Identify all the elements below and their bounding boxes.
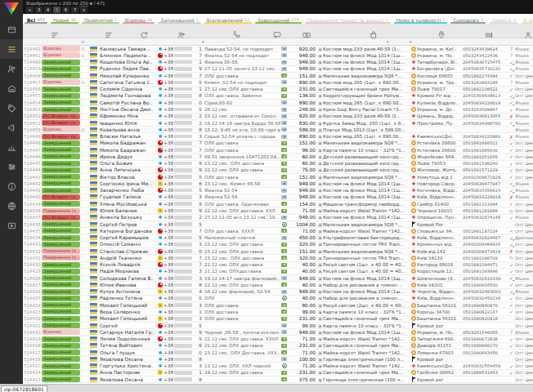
per-page-dropdown[interactable]: 250 (79, 1, 88, 7)
table-row[interactable]: 514446 Завершений⊙ Ирина Дидух +38 7 09.… (23, 154, 533, 160)
table-row[interactable]: 514420 Відмова⊙ Ситарчук Наталія Гр.. +3… (23, 329, 533, 336)
table-row[interactable]: 514453 Завершений⊙ Нікітіна Оксана Дми..… (23, 106, 533, 113)
table-row[interactable]: 514429 Завершений⊙ Надія Мерзаєва +38 3 … (23, 269, 533, 275)
table-row[interactable]: 514452 DO Возврат ск..⊙ Єфименко Ніна +3… (23, 114, 533, 120)
sidebar-item-info[interactable] (0, 176, 23, 196)
sidebar-item-clients[interactable] (0, 59, 23, 78)
delivery-cell (410, 350, 417, 355)
table-row[interactable]: 514431 Повернення (з..⊙ Андрій Ткаченко … (23, 255, 533, 261)
filter-chevron-icon[interactable]: ▾ (410, 39, 412, 44)
status-tab[interactable]: Запакований1 (156, 14, 202, 24)
table-row[interactable]: 514460 Завершений⊙ Кошелева Ольга Ар.. +… (23, 60, 533, 66)
table-row[interactable]: 514434 Завершений⊙ Сергей Карамышев +38 … (23, 234, 533, 241)
page-button[interactable]: 5 (53, 7, 60, 13)
table-row[interactable]: 514430 Завершений⊙ Ксенія Леваднія +38 7… (23, 262, 533, 269)
page-button[interactable]: 7 (71, 7, 78, 13)
table-row[interactable]: 514455 Завершений⊙ Людмила Гончарова +38… (23, 93, 533, 100)
source: Опт Центр (515, 242, 533, 247)
table-row[interactable]: 514432 Повернення (з..⊙ Станіслав Стрижа… (23, 248, 533, 255)
table-row[interactable]: 514439 Завершений⊙ Уляна Мусійовська +38… (23, 201, 533, 207)
table-row[interactable]: 514415 Завершений⊙ Горгулько Христина.. … (23, 363, 533, 369)
table-row[interactable]: 514419 Завершений⊙ Лилия Подолинская +38… (23, 336, 533, 342)
table-row[interactable]: 514451 DO Возврат ск..⊙ Іващенко Юлія +3… (23, 120, 533, 127)
table-row[interactable]: 514424 Завершений⊙ Михаил Гилецький +38 … (23, 302, 533, 309)
first-page-button[interactable]: « (26, 7, 34, 13)
status-tab[interactable]: Самовивіз2 (449, 14, 487, 24)
sidebar-item-video[interactable] (0, 216, 23, 235)
sidebar-item-settings[interactable] (0, 157, 23, 176)
status-badge: Завершений (42, 161, 80, 167)
table-row[interactable]: 514440 DO Возврат ск..⊙ Гуцалюк Галина +… (23, 194, 533, 201)
table-row[interactable]: 514454 Завершений⊙ Самотій Руслана Во.. … (23, 100, 533, 106)
table-row[interactable]: 514441 Завершений⊙ Захарченко Люба +38 5… (23, 188, 533, 194)
table-row[interactable]: 514459 Завершений⊙ Руденко Лидия Пав.. +… (23, 66, 533, 73)
page-button[interactable]: 4 (44, 7, 52, 13)
tab-count: 42 (147, 18, 152, 22)
sidebar-item-dashboard[interactable] (0, 20, 23, 39)
status-tab[interactable]: Відмова42 (121, 14, 156, 24)
status-tab[interactable]: В дорозі додому0 (520, 14, 533, 24)
table-row[interactable]: 514435 Завершений⊙ Катерина Богданова +3… (23, 228, 533, 234)
table-row[interactable]: 514417 Завершений⊙ Ольга Глущук +38 0 23… (23, 350, 533, 356)
status-tab[interactable]: Всі471 (23, 14, 49, 24)
table-row[interactable]: 514445 Завершений⊙ Ольга Божик +38 9 23.… (23, 161, 533, 167)
page-button[interactable]: 3 (35, 7, 43, 13)
filter-chevron-icon[interactable]: ▾ (82, 39, 84, 44)
table-row[interactable]: 514436 Завершений⊙ Сергей Петров +38 5 1… (23, 221, 533, 228)
table-row[interactable]: 514418 Завершений⊙ Тетяна Войтович +38 6… (23, 343, 533, 350)
ttn-check-icon (509, 147, 513, 153)
status-tab[interactable]: Прийнятий7 (80, 14, 121, 24)
status-tab[interactable]: Нема в наявності1 (392, 14, 450, 24)
sidebar-item-warehouse[interactable] (0, 78, 23, 98)
status-tab[interactable]: Відправлений12 (203, 14, 253, 24)
table-row[interactable]: 514462 Відмова⊙ Каневська Тамара .. +38 … (23, 46, 533, 52)
table-row[interactable]: 514426 Завершений⊙ Кучук Антонина +38 4 … (23, 289, 533, 296)
last-page-button[interactable]: » (80, 7, 87, 13)
sidebar-item-marketing[interactable] (0, 118, 23, 137)
product-box-icon: ▣ (317, 100, 323, 105)
table-row[interactable]: 514423 Завершений⊙ Вера Скляренко +38 1 … (23, 309, 533, 315)
ukraine-flag-icon (90, 47, 97, 51)
table-row[interactable]: 514443 Завершений⊙ Віктор Власов +38 5 О… (23, 174, 533, 180)
table-row[interactable]: 514450 Відмова⊙ Ковальова анна +38 8 15.… (23, 127, 533, 133)
sidebar-item-reports[interactable] (0, 137, 23, 157)
table-row[interactable]: 514414 Завершений⊙ Анна Пастернак +38 1 … (23, 370, 533, 376)
table-row[interactable]: 514444 Завершений⊙ Анна Липенська +38 9 … (23, 167, 533, 174)
sip-number[interactable]: sip:0672818601 (1, 385, 47, 392)
sidebar-item-support[interactable] (0, 196, 23, 216)
status-tab[interactable]: Повернення товару (в дорозі)0 (303, 14, 392, 24)
table-row[interactable]: 514442 Завершений⊙ Сергіонко Ірина Ми.. … (23, 180, 533, 187)
table-row[interactable]: 514427 Завершений⊙ Юлия Иванова +38 8 22… (23, 282, 533, 288)
order-id: 514439 (23, 202, 42, 207)
sidebar-item-products[interactable] (0, 98, 23, 118)
sidebar-item-orders[interactable] (0, 39, 23, 59)
table-row[interactable]: 514425 Завершений⊙ Радченко Тетяна +38 0… (23, 296, 533, 302)
source: Опт Центр (515, 269, 533, 274)
table-row[interactable]: 514413 Завершений⊙ Яковлева Оксана +38 8… (23, 376, 533, 383)
table-row[interactable]: 514422 Завершений⊙ Михаил Гилецький +38 … (23, 316, 533, 323)
ttn-status-cell (508, 154, 515, 159)
novaposhta-icon (411, 175, 415, 180)
table-row[interactable]: 514437 DO Возврат ск..⊙ Анжела Безушку +… (23, 215, 533, 221)
page-button[interactable]: 6 (62, 7, 69, 13)
table-row[interactable]: 514449 DO Возврат ск..⊙ Власюк Наталья +… (23, 133, 533, 140)
table-row[interactable]: 514438 Повернення (з..⊙ Юлия Баланюк +38… (23, 207, 533, 214)
status-tab[interactable]: Сервіси0 (487, 14, 519, 24)
table-row[interactable]: 514461 Відмова⊙ Близнюк Людмила .. +38 7… (23, 52, 533, 59)
filter-chevron-icon[interactable]: ▾ (202, 39, 204, 44)
table-row[interactable]: 514421 Завершений⊙ Сергей +38 5 99.00 ▣ … (23, 323, 533, 329)
table-row[interactable]: 514456 Завершений⊙ Соломія Сідоніна +38 … (23, 87, 533, 93)
table-row[interactable]: 514428 Завершений⊙ Солодкова Галина В.. … (23, 275, 533, 282)
table-row[interactable]: 514433 Завершений⊙ Олексій Семанін +38 3… (23, 242, 533, 248)
address: Київ 04120 (417, 256, 463, 261)
table-row[interactable]: 514458 Завершений⊙ Николай Кучеренко +38… (23, 73, 533, 79)
status-tab[interactable]: Новий48 (49, 14, 80, 24)
table-row[interactable]: 514416 Завершений⊙ Яковлева Оксана +38 8… (23, 356, 533, 363)
table-row[interactable]: 514447 Завершений⊙ Микола Бадражан +38 7… (23, 147, 533, 154)
table-row[interactable]: 514448 Завершений⊙ Микола Бадражан +38 7… (23, 140, 533, 147)
filter-chevron-icon[interactable]: ▾ (387, 39, 389, 44)
table-row[interactable]: 514457 Відмова⊙ Сапегина Татьяна С.. +38… (23, 79, 533, 86)
tab-underline (522, 22, 533, 24)
status-tab[interactable]: Завершений278 (253, 14, 303, 24)
status-cell: Завершений⊙ (42, 343, 87, 349)
